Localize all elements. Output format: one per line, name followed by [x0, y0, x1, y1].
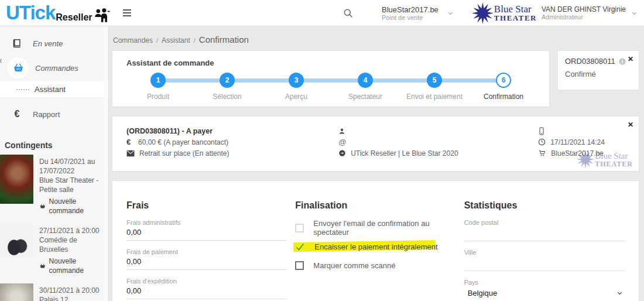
- search-icon[interactable]: [342, 8, 354, 19]
- field-label: Code postal: [464, 219, 625, 226]
- step-label: Confirmation: [484, 93, 523, 101]
- chevron-down-icon[interactable]: [631, 9, 638, 17]
- ville-field[interactable]: Ville: [464, 249, 625, 271]
- new-order-label: Nouvelle commande: [49, 256, 106, 275]
- step-number: 1: [150, 73, 166, 88]
- finalization-panel: Frais Frais administratifs 0,00 Frais de…: [112, 180, 639, 301]
- wizard-card: Assistant de commande 1 Produit 2 Sélect…: [112, 50, 550, 107]
- step-apercu[interactable]: 3 Aperçu: [289, 73, 304, 101]
- tree-dots: [16, 89, 29, 90]
- bluestar-theater-logo: Blue Star THEATER: [472, 2, 537, 24]
- event-date: 27/11/2021 à 20:00: [39, 226, 106, 235]
- starburst-icon: [577, 150, 594, 168]
- frais-heading: Frais: [126, 200, 287, 211]
- field-label: Pays: [464, 279, 625, 286]
- contingents-heading: Contingents: [0, 125, 108, 155]
- logo-reseller-text: Reseller: [56, 11, 92, 24]
- code-postal-field[interactable]: Code postal: [464, 219, 625, 241]
- checkbox-label: Envoyer l'email de confirmation au spect…: [313, 219, 455, 237]
- new-order-link[interactable]: Nouvelle commande: [39, 197, 106, 216]
- step-number: 5: [427, 73, 442, 88]
- field-value[interactable]: [464, 226, 625, 241]
- chevron-down-icon: [616, 289, 624, 297]
- point-of-sale-value: BlueStar2017.be: [382, 5, 439, 14]
- breadcrumb-commandes[interactable]: Commandes: [113, 36, 153, 45]
- checkbox-unchecked[interactable]: [295, 224, 304, 232]
- new-order-link[interactable]: Nouvelle commande: [39, 256, 106, 275]
- event-name: Palais 12: [39, 295, 106, 301]
- starburst-icon: [472, 2, 494, 24]
- watermark-line1: Blue Star: [595, 152, 633, 160]
- chevron-down-icon[interactable]: [447, 9, 454, 17]
- field-value[interactable]: 0,00: [126, 255, 287, 270]
- order-delivery-row: Retrait sur place (En attente): [126, 148, 338, 159]
- step-envoi-paiement[interactable]: 5 Envoi et paiement: [427, 73, 442, 101]
- customer-row: [338, 125, 538, 136]
- menu-icon[interactable]: [123, 9, 131, 16]
- event-name: Comédie de Bruxelles: [39, 235, 106, 254]
- step-produit[interactable]: 1 Produit: [150, 73, 166, 101]
- sidebar-item-commandes[interactable]: Commandes: [0, 54, 108, 81]
- person-icon: [338, 128, 345, 135]
- send-email-checkbox-row[interactable]: Envoyer l'email de confirmation au spect…: [295, 219, 455, 237]
- order-summary-card: (ORD03808011) - A payer € 60,00 € (A pay…: [112, 116, 639, 172]
- statistiques-heading: Statistiques: [464, 200, 625, 211]
- order-amount: 60,00 € (A payer bancontact): [138, 138, 228, 146]
- frais-paiement-field[interactable]: Frais de paiement 0,00: [126, 248, 287, 270]
- checkbox-label: Marquer comme scanné: [313, 261, 395, 270]
- close-icon[interactable]: ✕: [628, 121, 633, 128]
- sidebar-item-en-vente[interactable]: En vente: [0, 32, 108, 54]
- pays-select-field[interactable]: Pays Belgique: [464, 279, 625, 301]
- user-menu[interactable]: VAN DER GHINST Virginie Administrateur: [542, 5, 626, 20]
- close-icon[interactable]: ✕: [628, 56, 633, 63]
- info-icon[interactable]: [618, 57, 626, 66]
- order-delivery: Retrait sur place (En attente): [139, 149, 229, 158]
- event-date: Du 14/07/2021 au 17/07/2022: [39, 157, 106, 176]
- frais-administratifs-field[interactable]: Frais administratifs 0,00: [126, 219, 287, 241]
- cart-icon: [538, 149, 546, 157]
- sidebar-item-label: En vente: [33, 39, 63, 48]
- sidebar: ✕ En vente Commandes Assistant: [0, 26, 109, 301]
- phone-row: [538, 125, 625, 136]
- channel-row: UTick Reseller | Le Blue Star 2020: [338, 148, 538, 159]
- main-content: Commandes / Assistant / Confirmation Ass…: [109, 26, 644, 301]
- frais-expedition-field[interactable]: Frais d'expédition 0,00: [126, 278, 287, 299]
- breadcrumb-assistant[interactable]: Assistant: [162, 36, 190, 45]
- at-icon: @: [338, 138, 347, 146]
- order-title: (ORD03808011) - A payer: [126, 125, 338, 136]
- wizard-title: Assistant de commande: [112, 51, 549, 67]
- step-number: 4: [358, 73, 373, 88]
- order-status: Confirmé: [565, 70, 633, 78]
- check-icon[interactable]: [295, 242, 305, 252]
- step-confirmation[interactable]: 6 Confirmation: [496, 73, 511, 101]
- field-value[interactable]: 0,00: [126, 226, 287, 241]
- checkbox-unchecked[interactable]: [295, 261, 304, 270]
- breadcrumb-separator: /: [156, 37, 158, 44]
- sidebar-item-assistant[interactable]: Assistant: [0, 81, 108, 97]
- step-spectateur[interactable]: 4 Spectateur: [358, 73, 373, 101]
- app-logo: UTick Reseller: [0, 2, 110, 24]
- basket-icon: [7, 57, 29, 79]
- collect-payment-checkbox-row[interactable]: Encaisser le paiement intégralement: [295, 238, 455, 255]
- step-selection[interactable]: 2 Sélection: [220, 73, 235, 101]
- event-thumbnail-portrait: [0, 155, 33, 204]
- pays-select[interactable]: Belgique: [464, 286, 625, 301]
- field-value[interactable]: [464, 256, 625, 271]
- euro-icon: €: [126, 138, 133, 146]
- sidebar-item-rapport[interactable]: € Rapport: [0, 103, 108, 125]
- envelope-icon: [126, 150, 135, 157]
- finalisation-heading: Finalisation: [295, 200, 455, 211]
- frais-section: Frais Frais administratifs 0,00 Frais de…: [126, 200, 287, 301]
- mark-scanned-checkbox-row[interactable]: Marquer comme scanné: [295, 256, 455, 274]
- step-number: 6: [496, 73, 511, 88]
- breadcrumb-separator: /: [194, 37, 196, 44]
- datetime-row: 17/11/2021 14:24: [538, 136, 625, 148]
- event-name: Blue Star Theater - Petite salle: [39, 176, 106, 194]
- phone-icon: [538, 127, 545, 135]
- step-label: Produit: [147, 93, 169, 101]
- field-value[interactable]: 0,00: [126, 285, 287, 299]
- point-of-sale-selector[interactable]: BlueStar2017.be Point de vente: [382, 5, 439, 21]
- user-role: Administrateur: [542, 13, 626, 20]
- sidebar-item-label: Rapport: [33, 110, 60, 119]
- field-label: Frais administratifs: [126, 219, 287, 226]
